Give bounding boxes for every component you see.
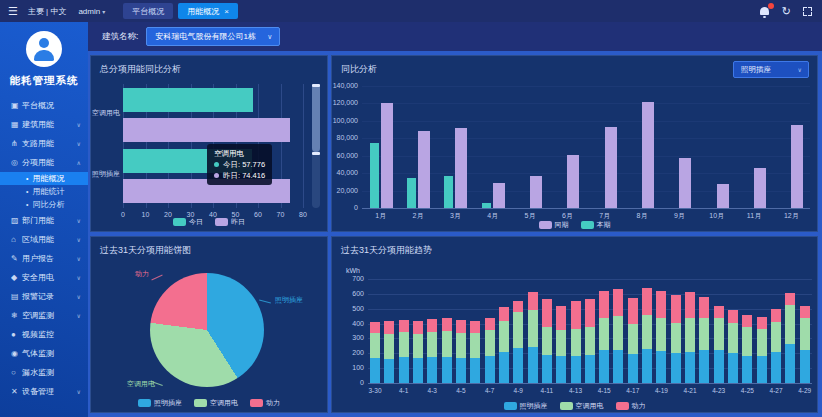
datazoom-handle[interactable] [312, 84, 320, 87]
refresh-icon[interactable]: ↻ [782, 6, 791, 16]
stack-segment-空调用电[interactable] [370, 333, 380, 358]
stack-segment-空调用电[interactable] [757, 329, 767, 356]
stack-segment-动力[interactable] [542, 299, 552, 326]
bar-previous[interactable] [605, 127, 617, 208]
bar-previous[interactable] [567, 155, 579, 208]
stack-segment-照明插座[interactable] [499, 352, 509, 383]
datazoom-handle[interactable] [312, 152, 320, 155]
bar-previous[interactable] [530, 176, 542, 208]
sidebar-item-气体监测[interactable]: ◉气体监测 [0, 344, 88, 363]
stack-segment-空调用电[interactable] [442, 331, 452, 357]
tab-用能概况[interactable]: 用能概况× [178, 3, 238, 19]
stack-segment-空调用电[interactable] [542, 327, 552, 355]
stack-segment-照明插座[interactable] [728, 353, 738, 383]
stack-segment-动力[interactable] [771, 309, 781, 322]
bar-current[interactable] [444, 176, 453, 208]
stack-segment-照明插座[interactable] [556, 356, 566, 383]
stack-segment-空调用电[interactable] [613, 316, 623, 349]
sidebar-item-分项用能[interactable]: ◎分项用能∧ [0, 153, 88, 172]
stack-segment-照明插座[interactable] [456, 358, 466, 383]
stack-segment-照明插座[interactable] [413, 358, 423, 383]
legend-item-空调用电[interactable]: 空调用电 [560, 401, 604, 411]
stack-segment-动力[interactable] [370, 322, 380, 333]
stack-segment-动力[interactable] [699, 297, 709, 318]
stack-segment-空调用电[interactable] [384, 334, 394, 359]
sidebar-item-安全用电[interactable]: ◆安全用电∨ [0, 268, 88, 287]
stack-segment-空调用电[interactable] [742, 327, 752, 355]
legend-item-动力[interactable]: 动力 [616, 401, 646, 411]
stack-segment-空调用电[interactable] [399, 332, 409, 357]
legend-item-照明插座[interactable]: 照明插座 [138, 398, 182, 408]
stack-segment-动力[interactable] [485, 318, 495, 331]
sidebar-item-同比分析[interactable]: •同比分析 [0, 198, 88, 211]
stack-segment-动力[interactable] [427, 319, 437, 332]
stack-segment-照明插座[interactable] [771, 352, 781, 383]
stack-segment-空调用电[interactable] [413, 334, 423, 358]
stack-segment-照明插座[interactable] [785, 344, 795, 383]
locale-switch[interactable]: 主要 | 中文 [28, 6, 67, 17]
stack-segment-动力[interactable] [785, 293, 795, 305]
stack-segment-空调用电[interactable] [656, 318, 666, 351]
bar-segment[interactable] [123, 118, 290, 142]
fullscreen-icon[interactable] [803, 7, 812, 16]
close-icon[interactable]: × [224, 7, 229, 16]
stack-segment-空调用电[interactable] [485, 330, 495, 356]
stack-segment-空调用电[interactable] [699, 318, 709, 351]
legend-item-同期[interactable]: 同期 [539, 220, 569, 230]
stack-segment-动力[interactable] [728, 310, 738, 323]
stack-segment-空调用电[interactable] [785, 305, 795, 344]
bar-previous[interactable] [754, 168, 766, 208]
stack-segment-空调用电[interactable] [427, 332, 437, 357]
sidebar-item-报警记录[interactable]: ▤报警记录∨ [0, 287, 88, 306]
stack-segment-动力[interactable] [528, 292, 538, 310]
bar-previous[interactable] [642, 102, 654, 208]
sidebar-item-建筑用能[interactable]: ▦建筑用能∨ [0, 115, 88, 134]
stack-segment-动力[interactable] [585, 299, 595, 326]
stack-segment-动力[interactable] [442, 318, 452, 331]
stack-segment-动力[interactable] [742, 315, 752, 328]
stack-segment-空调用电[interactable] [628, 324, 638, 354]
stack-segment-照明插座[interactable] [513, 348, 523, 383]
sidebar-item-区域用能[interactable]: ⌂区域用能∨ [0, 230, 88, 249]
bar-current[interactable] [407, 178, 416, 208]
stack-segment-照明插座[interactable] [656, 351, 666, 383]
stack-segment-空调用电[interactable] [728, 323, 738, 353]
building-select[interactable]: 安科瑞电气股份有限公司1栋 ∨ [146, 27, 280, 46]
stack-segment-照明插座[interactable] [628, 354, 638, 383]
stack-segment-动力[interactable] [513, 301, 523, 312]
pie-chart[interactable] [150, 273, 264, 387]
bar-previous[interactable] [455, 128, 467, 208]
bar-previous[interactable] [717, 184, 729, 208]
stack-segment-空调用电[interactable] [513, 312, 523, 348]
stack-segment-空调用电[interactable] [528, 310, 538, 346]
bar-current[interactable] [370, 143, 379, 208]
stack-segment-动力[interactable] [671, 295, 681, 322]
legend-item-昨日[interactable]: 昨日 [215, 217, 245, 227]
stack-segment-照明插座[interactable] [571, 356, 581, 383]
stack-segment-动力[interactable] [399, 320, 409, 332]
stack-segment-照明插座[interactable] [714, 350, 724, 383]
stack-segment-空调用电[interactable] [571, 329, 581, 356]
bar-current[interactable] [482, 203, 491, 208]
sidebar-item-用户报告[interactable]: ✎用户报告∨ [0, 249, 88, 268]
stack-segment-照明插座[interactable] [585, 355, 595, 383]
stack-segment-照明插座[interactable] [470, 358, 480, 383]
tab-平台概况[interactable]: 平台概况 [123, 3, 173, 19]
stack-segment-动力[interactable] [628, 298, 638, 325]
stack-segment-空调用电[interactable] [714, 318, 724, 351]
stack-segment-照明插座[interactable] [757, 356, 767, 383]
hamburger-menu-icon[interactable]: ☰ [8, 5, 18, 18]
sidebar-item-视频监控[interactable]: ●视频监控 [0, 325, 88, 344]
stack-segment-照明插座[interactable] [528, 347, 538, 383]
legend-item-今日[interactable]: 今日 [173, 217, 203, 227]
legend-item-动力[interactable]: 动力 [250, 398, 280, 408]
user-menu[interactable]: admin ▾ [78, 7, 105, 16]
stack-segment-动力[interactable] [456, 320, 466, 333]
stack-segment-空调用电[interactable] [771, 322, 781, 352]
stack-segment-照明插座[interactable] [800, 350, 810, 383]
sidebar-item-用能概况[interactable]: •用能概况 [0, 172, 88, 185]
sidebar-item-平台概况[interactable]: ▣平台概况 [0, 96, 88, 115]
legend-item-照明插座[interactable]: 照明插座 [504, 401, 548, 411]
stack-segment-动力[interactable] [642, 288, 652, 315]
stack-segment-照明插座[interactable] [442, 357, 452, 383]
